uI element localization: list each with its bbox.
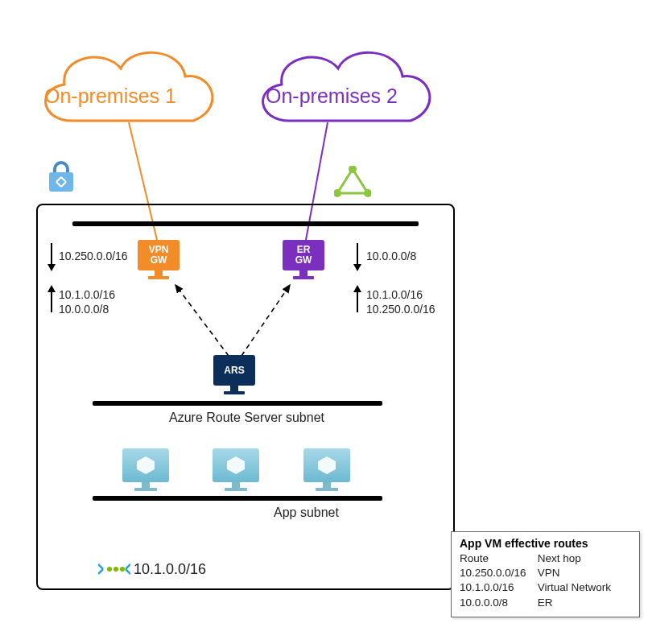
route-table-header: Route Next hop	[460, 551, 631, 566]
ars-subnet-bar	[93, 401, 382, 406]
app-subnet-bar	[93, 496, 382, 501]
vnet-icon	[98, 559, 130, 580]
app-subnet-label: App subnet	[274, 506, 339, 520]
vnet-cidr: 10.1.0.0/16	[134, 561, 206, 578]
route-table-h1: Route	[460, 551, 538, 566]
route-table-h2: Next hop	[538, 551, 631, 566]
app-vm-3	[302, 448, 352, 497]
route-table: App VM effective routes Route Next hop 1…	[451, 531, 640, 617]
svg-marker-8	[137, 456, 155, 474]
ars-label: ARS	[224, 365, 244, 376]
svg-line-7	[241, 285, 290, 356]
route-table-row: 10.0.0.0/8 ER	[460, 596, 631, 610]
app-vm-2	[211, 448, 261, 497]
route-table-row: 10.250.0.0/16 VPN	[460, 566, 631, 580]
svg-point-11	[107, 567, 112, 572]
ars-icon: ARS	[211, 355, 258, 402]
route-table-title: App VM effective routes	[460, 537, 631, 550]
svg-point-12	[114, 567, 118, 572]
diagram-canvas: On-premises 1 On-premises 2 VPN GW ER GW…	[0, 0, 648, 644]
svg-point-13	[120, 567, 125, 572]
svg-marker-9	[227, 456, 245, 474]
ars-subnet-label: Azure Route Server subnet	[169, 411, 324, 425]
route-table-row: 10.1.0.0/16 Virtual Network	[460, 580, 631, 595]
svg-marker-10	[318, 456, 336, 474]
app-vm-1	[121, 448, 171, 497]
svg-line-6	[175, 285, 229, 356]
